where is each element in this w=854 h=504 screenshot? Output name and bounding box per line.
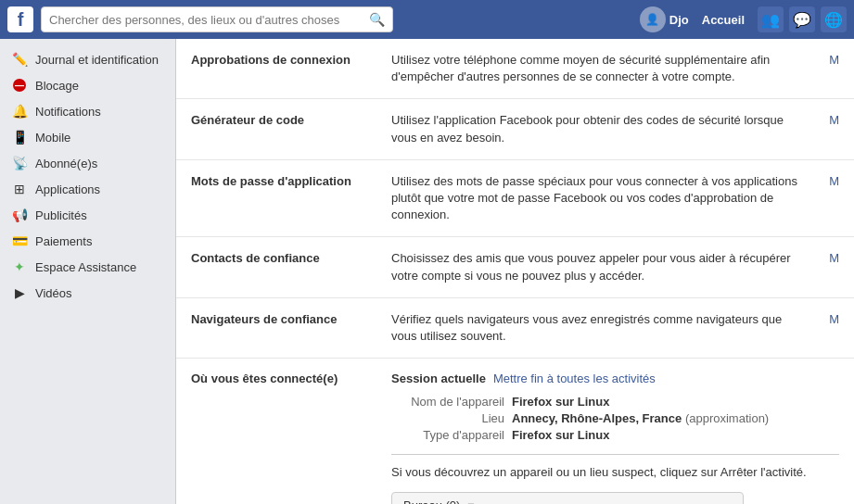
sidebar-label-blocage: Blocage <box>35 79 79 93</box>
bureau-label: Bureau (0) <box>403 498 460 504</box>
setting-label-contacts: Contacts de confiance <box>191 250 376 265</box>
session-label: Session actuelle <box>391 372 486 385</box>
setting-desc-approbations: Utilisez votre téléphone comme moyen de … <box>391 52 807 85</box>
device-label: Nom de l'appareil <box>391 395 512 411</box>
nav-right: 👤 Djo Accueil 👥 💬 🌐 <box>640 6 847 32</box>
session-row-type: Type d'appareil Firefox sur Linux <box>391 428 839 445</box>
type-value: Firefox sur Linux <box>512 428 839 445</box>
facebook-logo: f <box>7 6 33 32</box>
star-icon: ✦ <box>11 258 28 275</box>
setting-edit-mots-de-passe[interactable]: M <box>829 173 839 188</box>
sidebar-label-abonnes: Abonné(e)s <box>35 157 97 170</box>
location-value: Annecy, Rhône-Alpes, France (approximati… <box>512 411 839 428</box>
session-divider <box>391 454 839 455</box>
main-content: Approbations de connexion Utilisez votre… <box>176 39 854 504</box>
setting-label-navigateurs: Navigateurs de confiance <box>191 311 376 326</box>
block-icon: — <box>11 77 28 94</box>
sidebar-label-espace-assistance: Espace Assistance <box>35 260 136 274</box>
setting-edit-generateur[interactable]: M <box>829 112 839 127</box>
search-input[interactable] <box>49 13 365 27</box>
setting-edit-contacts[interactable]: M <box>829 250 839 265</box>
card-icon: 💳 <box>11 233 28 249</box>
video-icon: ▶ <box>11 284 28 301</box>
rss-icon: 📡 <box>11 155 28 171</box>
search-bar[interactable]: 🔍 <box>41 6 393 32</box>
setting-edit-navigateurs[interactable]: M <box>829 311 839 326</box>
friends-icon[interactable]: 👥 <box>758 6 784 32</box>
user-name: Djo <box>669 13 689 27</box>
location-approx: (approximation) <box>685 411 769 425</box>
sidebar-item-abonnes[interactable]: 📡 Abonné(e)s <box>0 150 175 176</box>
sidebar-item-publicites[interactable]: 📢 Publicités <box>0 202 175 228</box>
session-warning: Si vous découvrez un appareil ou un lieu… <box>391 464 839 481</box>
sidebar-item-applications[interactable]: ⊞ Applications <box>0 176 175 202</box>
connected-body: Session actuelle Mettre fin à toutes les… <box>391 372 839 504</box>
chevron-down-icon: ▼ <box>465 500 476 504</box>
topnav: f 🔍 👤 Djo Accueil 👥 💬 🌐 <box>0 0 854 39</box>
sidebar-label-publicites: Publicités <box>35 208 87 222</box>
setting-row-contacts: Contacts de confiance Choisissez des ami… <box>176 237 854 297</box>
pencil-icon: ✏️ <box>11 51 28 68</box>
setting-row-approbations: Approbations de connexion Utilisez votre… <box>176 39 854 99</box>
mobile-icon: 📱 <box>11 129 28 145</box>
sidebar-item-notifications[interactable]: 🔔 Notifications <box>0 98 175 124</box>
setting-edit-approbations[interactable]: M <box>829 52 839 67</box>
sidebar-label-videos: Vidéos <box>35 286 72 300</box>
setting-desc-navigateurs: Vérifiez quels navigateurs vous avez enr… <box>391 311 807 345</box>
setting-label-approbations: Approbations de connexion <box>191 52 376 67</box>
connected-title: Où vous êtes connecté(e) <box>191 372 376 385</box>
setting-desc-contacts: Choisissez des amis que vous pouvez appe… <box>391 250 807 284</box>
session-link[interactable]: Mettre fin à toutes les activités <box>493 372 656 385</box>
page-wrapper: ✏️ Journal et identification — Blocage 🔔… <box>0 39 854 504</box>
sidebar-item-blocage[interactable]: — Blocage <box>0 72 175 98</box>
setting-desc-mots-de-passe: Utilisez des mots de passe spéciaux pour… <box>391 173 807 224</box>
connected-header: Où vous êtes connecté(e) Session actuell… <box>191 372 839 504</box>
sidebar-item-mobile[interactable]: 📱 Mobile <box>0 124 175 150</box>
setting-row-generateur: Générateur de code Utilisez l'applicatio… <box>176 99 854 159</box>
ad-icon: 📢 <box>11 207 28 223</box>
setting-row-navigateurs: Navigateurs de confiance Vérifiez quels … <box>176 298 854 359</box>
grid-icon: ⊞ <box>11 181 28 197</box>
sidebar-label-paiements: Paiements <box>35 234 92 248</box>
session-header: Session actuelle Mettre fin à toutes les… <box>391 372 839 385</box>
sidebar-label-applications: Applications <box>35 183 100 196</box>
setting-label-mots-de-passe: Mots de passe d'application <box>191 173 376 188</box>
sidebar: ✏️ Journal et identification — Blocage 🔔… <box>0 39 176 504</box>
nav-user[interactable]: 👤 Djo <box>640 6 689 32</box>
bell-icon: 🔔 <box>11 103 28 120</box>
globe-icon[interactable]: 🌐 <box>821 6 847 32</box>
sidebar-label-notifications: Notifications <box>35 105 101 119</box>
settings-section: Approbations de connexion Utilisez votre… <box>176 39 854 504</box>
setting-label-generateur: Générateur de code <box>191 112 376 127</box>
session-details: Nom de l'appareil Firefox sur Linux Lieu… <box>391 395 839 445</box>
device-value: Firefox sur Linux <box>512 395 839 411</box>
type-label: Type d'appareil <box>391 428 512 445</box>
search-icon[interactable]: 🔍 <box>369 12 385 27</box>
bureau-dropdown[interactable]: Bureau (0) ▼ <box>391 492 744 504</box>
messages-icon[interactable]: 💬 <box>789 6 815 32</box>
location-label: Lieu <box>391 411 512 428</box>
setting-desc-generateur: Utilisez l'application Facebook pour obt… <box>391 112 807 145</box>
avatar: 👤 <box>640 6 666 32</box>
session-row-location: Lieu Annecy, Rhône-Alpes, France (approx… <box>391 411 839 428</box>
sidebar-item-espace-assistance[interactable]: ✦ Espace Assistance <box>0 254 175 280</box>
sidebar-label-mobile: Mobile <box>35 131 70 145</box>
connected-section: Où vous êtes connecté(e) Session actuell… <box>176 359 854 504</box>
accueil-button[interactable]: Accueil <box>695 9 752 31</box>
setting-row-mots-de-passe: Mots de passe d'application Utilisez des… <box>176 160 854 238</box>
sidebar-item-journal[interactable]: ✏️ Journal et identification <box>0 46 175 72</box>
session-row-device: Nom de l'appareil Firefox sur Linux <box>391 395 839 411</box>
sidebar-label-journal: Journal et identification <box>35 53 159 67</box>
sidebar-item-paiements[interactable]: 💳 Paiements <box>0 228 175 254</box>
sidebar-item-videos[interactable]: ▶ Vidéos <box>0 280 175 306</box>
